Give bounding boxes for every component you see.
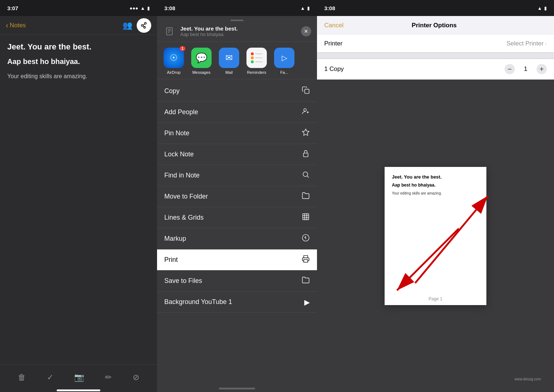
menu-item-add-people[interactable]: Add People [157, 102, 317, 123]
svg-point-9 [303, 172, 308, 177]
close-button[interactable]: ✕ [301, 26, 311, 36]
menu-lock-label: Lock Note [164, 151, 194, 158]
back-arrow-icon: ‹ [6, 21, 8, 29]
markup-svg-icon [302, 234, 310, 242]
svg-point-5 [304, 109, 306, 111]
menu-item-lines-grids[interactable]: Lines & Grids [157, 207, 317, 228]
menu-item-pin-note[interactable]: Pin Note [157, 123, 317, 144]
note-title: Jeet. You are the best. [7, 42, 150, 52]
note-body: Your editing skills are amazing. [7, 73, 150, 80]
menu-item-lock-note[interactable]: Lock Note [157, 144, 317, 165]
menu-print-label: Print [164, 256, 178, 264]
copy-controls: − 1 + [505, 64, 547, 74]
printer-row[interactable]: Printer Select Printer › [317, 35, 554, 53]
back-label: Notes [10, 22, 26, 29]
copy-svg-icon [302, 86, 310, 94]
preview-title: Jeet. You are the best. [392, 174, 479, 180]
delete-icon[interactable]: 🗑 [18, 373, 26, 382]
svg-rect-19 [304, 260, 308, 262]
home-bar-2 [219, 388, 255, 389]
battery-icon: ▮ [147, 5, 150, 11]
minus-label: − [507, 65, 512, 73]
menu-item-print[interactable]: Print [157, 249, 317, 271]
lock-icon [302, 149, 310, 159]
share-app-messages[interactable]: 💬 Messages [190, 48, 212, 75]
share-icon [140, 22, 148, 29]
share-button[interactable] [137, 18, 151, 33]
decrease-copies-button[interactable]: − [505, 64, 515, 74]
sheet-menu: Copy Add People [157, 81, 317, 385]
check-icon[interactable]: ✓ [47, 373, 53, 382]
menu-item-save-files[interactable]: Save to Files [157, 271, 317, 292]
status-bar-1: 3:07 ●●● ▲ ▮ [0, 0, 157, 16]
menu-find-label: Find in Note [164, 172, 200, 179]
menu-lines-label: Lines & Grids [164, 214, 204, 221]
battery-icon-3: ▮ [544, 5, 547, 11]
sheet-note-title: Jeet. You are the best. [180, 25, 297, 32]
camera-icon[interactable]: 📷 [74, 373, 84, 382]
save-files-svg-icon [302, 276, 310, 284]
status-time-3: 3:08 [324, 5, 335, 11]
back-button[interactable]: ‹ Notes [6, 21, 26, 29]
page-number-label: Page 1 [385, 296, 486, 301]
messages-label: Messages [192, 70, 210, 75]
cancel-button[interactable]: Cancel [324, 22, 344, 29]
menu-item-copy[interactable]: Copy [157, 81, 317, 102]
copy-count: 1 [522, 65, 529, 73]
status-icons-1: ●●● ▲ ▮ [130, 5, 150, 11]
share-apps-row: ☉ 1 AirDrop 💬 Messages ✉ Mail [157, 42, 317, 77]
sheet-note-info: Jeet. You are the best. Aap best ho bhai… [180, 25, 297, 37]
note-content: Jeet. You are the best. Aap best ho bhai… [0, 35, 157, 364]
more-app-icon: ▷ [274, 48, 294, 68]
reminders-icon [246, 48, 267, 68]
share-app-airdrop[interactable]: ☉ 1 AirDrop [163, 48, 185, 75]
menu-item-background[interactable]: Background YouTube 1 ▶ [157, 292, 317, 313]
collab-icon[interactable]: 👥 [123, 21, 132, 30]
copy-icon [302, 86, 310, 96]
add-people-icon [302, 107, 310, 117]
chevron-icon: › [545, 41, 547, 47]
share-app-more[interactable]: ▷ Fa... [273, 48, 295, 75]
add-people-svg-icon [302, 107, 310, 115]
notes-nav: ‹ Notes 👥 [0, 16, 157, 35]
airdrop-label: AirDrop [167, 70, 180, 75]
status-time-2: 3:08 [164, 5, 175, 11]
preview-body: Your editing skills are amazing. [392, 191, 479, 195]
share-app-mail[interactable]: ✉ Mail [218, 48, 240, 75]
share-app-reminders[interactable]: Reminders [246, 48, 268, 75]
svg-rect-0 [166, 28, 172, 35]
note-subtitle: Aap best ho bhaiyaa. [7, 57, 150, 66]
compose-icon[interactable]: ✏ [105, 373, 112, 382]
edit-icon[interactable]: ⊘ [133, 373, 139, 382]
home-bar-1 [57, 389, 100, 391]
lock-svg-icon [302, 149, 310, 157]
menu-item-move-folder[interactable]: Move to Folder [157, 186, 317, 207]
reminders-label: Reminders [247, 70, 266, 75]
menu-background-label: Background YouTube 1 [164, 298, 232, 306]
menu-item-markup[interactable]: Markup [157, 228, 317, 249]
menu-markup-label: Markup [164, 235, 186, 243]
panel-notes: 3:07 ●●● ▲ ▮ ‹ Notes 👥 Jeet. You are the… [0, 0, 157, 392]
menu-move-label: Move to Folder [164, 193, 208, 200]
wifi-icon-3: ▲ [537, 5, 542, 11]
mail-icon: ✉ [219, 48, 239, 68]
grid-svg-icon [302, 213, 310, 221]
printer-options-title: Printer Options [412, 22, 457, 29]
airdrop-badge: 1 [180, 46, 185, 51]
pin-icon [302, 128, 310, 138]
menu-item-find[interactable]: Find in Note [157, 165, 317, 186]
printer-value: Select Printer › [506, 40, 547, 47]
sheet-note-sub: Aap best ho bhaiyaa. [180, 32, 297, 37]
increase-copies-button[interactable]: + [537, 64, 547, 74]
folder-icon [302, 192, 310, 201]
search-icon [302, 171, 310, 180]
panel-printer-options: 3:08 ▲ ▮ Cancel Printer Options Printer … [317, 0, 554, 392]
notes-toolbar: 🗑 ✓ 📷 ✏ ⊘ [0, 364, 157, 390]
notes-doc-icon [165, 27, 174, 36]
copies-row: 1 Copy − 1 + [317, 59, 554, 80]
messages-icon: 💬 [191, 48, 212, 68]
watermark: www.deusg.com [514, 377, 547, 385]
svg-rect-4 [305, 89, 309, 93]
preview-page: Jeet. You are the best. Aap best ho bhai… [385, 167, 486, 305]
status-bar-3: 3:08 ▲ ▮ [317, 0, 554, 16]
